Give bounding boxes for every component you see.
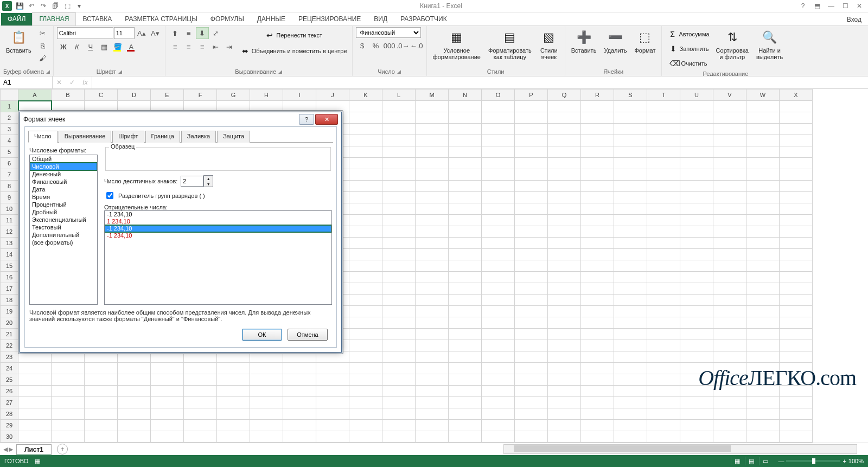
orientation-icon[interactable]: ⤢ xyxy=(209,27,222,39)
currency-icon[interactable]: $ xyxy=(356,40,369,52)
fill-color-button[interactable]: 🪣 xyxy=(111,41,124,53)
help-icon[interactable]: ? xyxy=(796,1,809,11)
border-button[interactable]: ▦ xyxy=(98,41,111,53)
enter-icon[interactable]: ✓ xyxy=(66,79,79,86)
signin-link[interactable]: Вход xyxy=(840,14,868,25)
underline-button[interactable]: Ч xyxy=(84,41,97,53)
zoom-control[interactable]: — + 100% xyxy=(778,458,864,464)
sheet-nav-next-icon[interactable]: ▶ xyxy=(9,446,13,453)
dlg-tab-protection[interactable]: Защита xyxy=(217,131,250,143)
category-item[interactable]: Дробный xyxy=(30,208,97,216)
font-color-button[interactable]: A xyxy=(125,41,138,53)
percent-icon[interactable]: % xyxy=(369,40,382,52)
font-name-input[interactable] xyxy=(57,27,113,39)
negative-item[interactable]: -1 234,10 xyxy=(105,225,331,232)
tab-data[interactable]: ДАННЫЕ xyxy=(251,13,292,25)
negative-item[interactable]: 1 234,10 xyxy=(105,218,331,225)
format-painter-icon[interactable]: 🖌 xyxy=(36,52,49,64)
category-list[interactable]: ОбщийЧисловойДенежныйФинансовыйДатаВремя… xyxy=(29,155,98,305)
dialog-titlebar[interactable]: Формат ячеек ? ✕ xyxy=(20,112,341,126)
category-item[interactable]: Числовой xyxy=(30,163,97,170)
thousands-sep-checkbox[interactable] xyxy=(106,192,113,199)
copy-icon[interactable]: ⎘ xyxy=(36,40,49,52)
format-table-button[interactable]: ▤Форматировать как таблицу xyxy=(486,27,534,62)
add-sheet-button[interactable]: + xyxy=(57,444,68,455)
category-item[interactable]: Дата xyxy=(30,185,97,193)
align-top-icon[interactable]: ⬆ xyxy=(169,27,182,39)
dlg-tab-fill[interactable]: Заливка xyxy=(181,131,216,143)
ribbon-toggle-icon[interactable]: ⬒ xyxy=(810,1,824,11)
dec-indent-icon[interactable]: ⇤ xyxy=(209,41,222,53)
increase-font-icon[interactable]: A▴ xyxy=(135,27,148,39)
autosum-button[interactable]: ΣАвтосумма xyxy=(665,27,711,41)
negative-item[interactable]: -1 234,10 xyxy=(105,232,331,239)
zoom-in-icon[interactable]: + xyxy=(843,458,846,464)
maximize-icon[interactable]: ☐ xyxy=(839,1,852,11)
negatives-list[interactable]: -1 234,101 234,10-1 234,10-1 234,10 xyxy=(104,210,332,305)
cancel-button[interactable]: Отмена xyxy=(288,329,328,341)
ok-button[interactable]: ОК xyxy=(242,329,282,341)
category-item[interactable]: Дополнительный xyxy=(30,231,97,239)
dlg-tab-font[interactable]: Шрифт xyxy=(112,131,144,143)
dialog-launcher-icon[interactable]: ◢ xyxy=(397,69,401,74)
tab-developer[interactable]: РАЗРАБОТЧИК xyxy=(394,13,454,25)
sheet-nav-prev-icon[interactable]: ◀ xyxy=(3,446,8,453)
spin-down-icon[interactable]: ▼ xyxy=(204,181,213,187)
zoom-label[interactable]: 100% xyxy=(848,458,864,464)
align-left-icon[interactable]: ≡ xyxy=(169,41,182,53)
touch-icon[interactable]: ⬚ xyxy=(63,2,72,10)
delete-button[interactable]: ➖Удалить xyxy=(601,27,629,55)
undo-icon[interactable]: ↶ xyxy=(27,2,36,10)
conditional-format-button[interactable]: ▦Условное форматирование xyxy=(430,27,483,62)
dlg-tab-alignment[interactable]: Выравнивание xyxy=(59,131,112,143)
tab-formulas[interactable]: ФОРМУЛЫ xyxy=(204,13,251,25)
dialog-launcher-icon[interactable]: ◢ xyxy=(278,69,282,74)
align-right-icon[interactable]: ≡ xyxy=(196,41,209,53)
wrap-text-button[interactable]: ↩Перенести текст xyxy=(238,28,349,42)
comma-icon[interactable]: 000 xyxy=(383,40,396,52)
category-item[interactable]: Время xyxy=(30,193,97,201)
clear-button[interactable]: ⌫Очистить xyxy=(665,56,711,71)
cell-styles-button[interactable]: ▧Стили ячеек xyxy=(537,27,561,62)
view-break-icon[interactable]: ▭ xyxy=(759,457,771,465)
cancel-icon[interactable]: ✕ xyxy=(53,79,66,86)
find-select-button[interactable]: 🔍Найти и выделить xyxy=(754,27,786,62)
macro-icon[interactable]: ▦ xyxy=(35,458,40,465)
view-layout-icon[interactable]: ▤ xyxy=(745,457,757,465)
tab-insert[interactable]: ВСТАВКА xyxy=(76,13,118,25)
dlg-tab-border[interactable]: Граница xyxy=(145,131,180,143)
dec-decimal-icon[interactable]: ←.0 xyxy=(410,40,423,52)
decimals-input[interactable] xyxy=(181,176,203,187)
category-item[interactable]: Процентный xyxy=(30,201,97,208)
align-bottom-icon[interactable]: ⬇ xyxy=(196,27,209,39)
formula-input[interactable] xyxy=(92,76,868,88)
category-item[interactable]: Текстовый xyxy=(30,223,97,231)
tab-view[interactable]: ВИД xyxy=(367,13,394,25)
tab-layout[interactable]: РАЗМЕТКА СТРАНИЦЫ xyxy=(118,13,204,25)
sheet-tab[interactable]: Лист1 xyxy=(16,444,52,456)
align-center-icon[interactable]: ≡ xyxy=(182,41,195,53)
horizontal-scrollbar[interactable] xyxy=(503,444,857,454)
decimals-spinner[interactable]: ▲▼ xyxy=(181,175,213,187)
cut-icon[interactable]: ✂ xyxy=(36,27,49,39)
fill-button[interactable]: ⬇Заполнить xyxy=(665,42,711,56)
align-middle-icon[interactable]: ≡ xyxy=(182,27,195,39)
view-normal-icon[interactable]: ▦ xyxy=(731,457,743,465)
dlg-tab-number[interactable]: Число xyxy=(28,131,58,143)
dialog-launcher-icon[interactable]: ◢ xyxy=(46,69,50,74)
category-item[interactable]: Денежный xyxy=(30,170,97,178)
inc-decimal-icon[interactable]: .0→ xyxy=(397,40,410,52)
category-item[interactable]: Экспоненциальный xyxy=(30,216,97,223)
negative-item[interactable]: -1 234,10 xyxy=(105,211,331,218)
format-button[interactable]: ⬚Формат xyxy=(631,27,658,55)
tab-file[interactable]: ФАЙЛ xyxy=(1,13,32,25)
zoom-out-icon[interactable]: — xyxy=(778,458,784,464)
insert-button[interactable]: ➕Вставить xyxy=(569,27,599,55)
tab-home[interactable]: ГЛАВНАЯ xyxy=(32,12,76,26)
bold-button[interactable]: Ж xyxy=(57,41,70,53)
category-item[interactable]: Финансовый xyxy=(30,178,97,185)
fx-icon[interactable]: fx xyxy=(79,79,92,86)
name-box[interactable] xyxy=(0,76,53,88)
paste-button[interactable]: 📋 Вставить xyxy=(3,27,34,55)
spin-up-icon[interactable]: ▲ xyxy=(204,176,213,181)
